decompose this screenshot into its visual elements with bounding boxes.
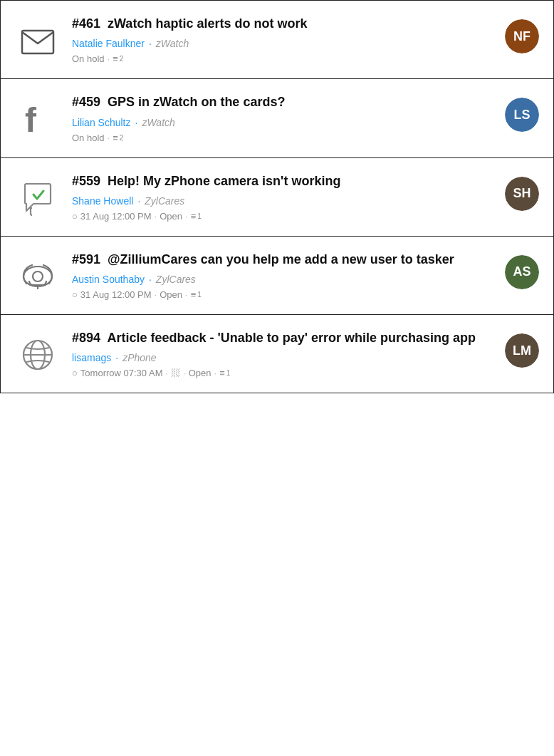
ticket-brand: zWatch bbox=[156, 38, 189, 49]
ticket-body: #591 @ZilliumCares can you help me add a… bbox=[72, 251, 493, 300]
ticket-number: #461 bbox=[72, 16, 100, 31]
replies-icon: ≡ bbox=[191, 211, 197, 222]
ticket-title: #461 zWatch haptic alerts do not work bbox=[72, 15, 493, 32]
ticket-customer[interactable]: Shane Howell · ZylCares bbox=[72, 195, 493, 207]
ticket-card-459[interactable]: f #459 GPS in zWatch on the cards? Lilia… bbox=[0, 78, 554, 157]
avatar-initials: LS bbox=[505, 98, 539, 132]
clock-icon: ○ bbox=[72, 211, 78, 222]
ticket-status: Open bbox=[189, 368, 211, 378]
ticket-number: #559 bbox=[72, 174, 100, 188]
avatar: LS bbox=[505, 98, 539, 132]
customer-name[interactable]: Shane Howell bbox=[72, 195, 133, 207]
avatar-initials: AS bbox=[505, 255, 539, 289]
ticket-status: Open bbox=[160, 211, 182, 222]
ticket-brand: ZylCares bbox=[156, 274, 196, 285]
ticket-replies: ≡1 bbox=[191, 289, 202, 300]
ticket-time: 31 Aug 12:00 PM bbox=[80, 211, 152, 222]
ticket-meta: ○Tomorrow 07:30 AM·⛆·Open· ≡1 bbox=[72, 368, 493, 378]
ticket-customer[interactable]: Natalie Faulkner · zWatch bbox=[72, 38, 493, 49]
avatar: AS bbox=[505, 255, 539, 289]
ticket-body: #894 Article feedback - 'Unable to pay' … bbox=[72, 329, 493, 378]
ticket-number: #591 bbox=[72, 252, 100, 266]
ticket-body: #461 zWatch haptic alerts do not work Na… bbox=[72, 15, 493, 64]
ticket-card-559[interactable]: #559 Help! My zPhone camera isn't workin… bbox=[0, 157, 554, 236]
ticket-replies: ≡1 bbox=[219, 368, 230, 378]
clock-icon: ○ bbox=[72, 289, 78, 300]
ticket-channel-icon bbox=[15, 254, 61, 299]
ticket-customer[interactable]: Lilian Schultz · zWatch bbox=[72, 117, 493, 128]
svg-point-2 bbox=[23, 266, 52, 286]
ticket-meta: On hold· ≡2 bbox=[72, 53, 493, 64]
avatar-initials: SH bbox=[505, 177, 539, 211]
ticket-customer[interactable]: Austin Southaby · ZylCares bbox=[72, 274, 493, 285]
ticket-card-591[interactable]: #591 @ZilliumCares can you help me add a… bbox=[0, 236, 554, 314]
replies-icon: ≡ bbox=[219, 368, 225, 378]
ticket-list: #461 zWatch haptic alerts do not work Na… bbox=[0, 0, 554, 393]
ticket-meta: ○31 Aug 12:00 PM·Open· ≡1 bbox=[72, 211, 493, 222]
ticket-card-894[interactable]: #894 Article feedback - 'Unable to pay' … bbox=[0, 314, 554, 393]
ticket-replies: ≡1 bbox=[191, 211, 202, 222]
ticket-title: #459 GPS in zWatch on the cards? bbox=[72, 93, 493, 110]
ticket-card-461[interactable]: #461 zWatch haptic alerts do not work Na… bbox=[0, 0, 554, 78]
svg-point-3 bbox=[33, 271, 43, 281]
ticket-time: Tomorrow 07:30 AM bbox=[80, 368, 163, 378]
ticket-number: #894 bbox=[72, 331, 100, 345]
ticket-number: #459 bbox=[72, 95, 100, 109]
ticket-title: #559 Help! My zPhone camera isn't workin… bbox=[72, 172, 493, 190]
ticket-meta: ○31 Aug 12:00 PM·Open· ≡1 bbox=[72, 289, 493, 300]
ticket-status: Open bbox=[160, 289, 182, 300]
ticket-customer[interactable]: lisamags · zPhone bbox=[72, 352, 493, 363]
ticket-channel-icon bbox=[15, 332, 61, 378]
ticket-replies: ≡2 bbox=[113, 53, 123, 64]
ticket-channel-icon bbox=[15, 18, 61, 63]
avatar-initials: NF bbox=[505, 19, 539, 53]
customer-name[interactable]: Lilian Schultz bbox=[72, 117, 131, 128]
customer-name[interactable]: lisamags bbox=[72, 352, 111, 363]
ticket-body: #459 GPS in zWatch on the cards? Lilian … bbox=[72, 93, 493, 143]
ticket-title: #591 @ZilliumCares can you help me add a… bbox=[72, 251, 493, 268]
svg-text:f: f bbox=[25, 101, 37, 138]
ticket-brand: zPhone bbox=[122, 352, 156, 363]
ticket-channel-icon bbox=[15, 175, 61, 221]
ticket-channel-icon: f bbox=[15, 96, 61, 142]
ticket-brand: ZylCares bbox=[145, 195, 184, 207]
ticket-time: 31 Aug 12:00 PM bbox=[80, 289, 152, 300]
avatar-initials: LM bbox=[505, 333, 539, 368]
ticket-replies: ≡2 bbox=[113, 133, 123, 143]
ticket-brand: zWatch bbox=[142, 117, 174, 128]
replies-icon: ≡ bbox=[191, 289, 197, 300]
avatar: LM bbox=[505, 333, 539, 368]
ticket-body: #559 Help! My zPhone camera isn't workin… bbox=[72, 172, 493, 222]
ticket-meta: On hold· ≡2 bbox=[72, 133, 493, 143]
replies-icon: ≡ bbox=[113, 53, 118, 64]
clock-icon: ○ bbox=[72, 368, 78, 378]
avatar: NF bbox=[505, 19, 539, 53]
ticket-title: #894 Article feedback - 'Unable to pay' … bbox=[72, 329, 493, 346]
avatar: SH bbox=[505, 177, 539, 211]
snooze-icon: ⛆ bbox=[171, 368, 180, 378]
customer-name[interactable]: Natalie Faulkner bbox=[72, 38, 145, 49]
replies-icon: ≡ bbox=[113, 133, 118, 143]
customer-name[interactable]: Austin Southaby bbox=[72, 274, 145, 285]
ticket-status: On hold bbox=[72, 53, 105, 64]
ticket-status: On hold bbox=[72, 133, 105, 143]
svg-rect-0 bbox=[22, 31, 53, 53]
